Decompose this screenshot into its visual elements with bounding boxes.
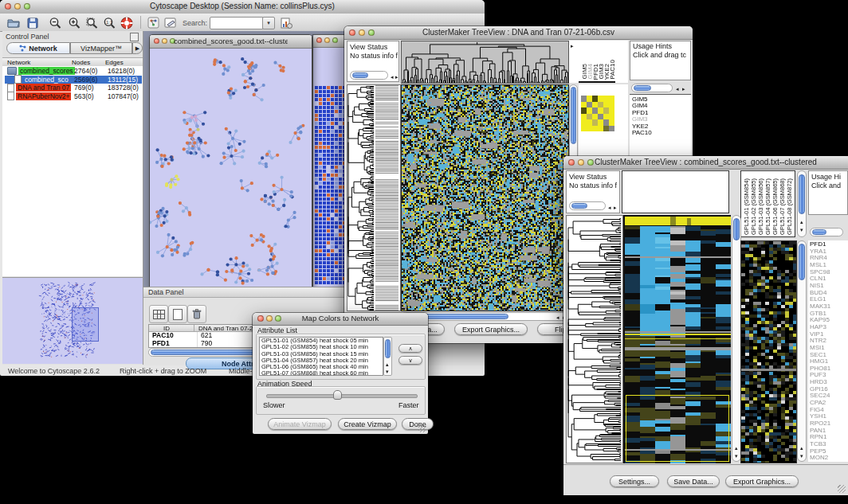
attribute-list[interactable]: GPL51-01 (GSM854) heat shock 05 minGPL51… <box>259 337 383 376</box>
attribute-browser-icon[interactable] <box>279 16 293 29</box>
matrix-cell[interactable] <box>581 102 587 108</box>
network-list[interactable]: combined_scores2764(0)16218(0)combined_s… <box>2 66 143 276</box>
network-manager-icon[interactable] <box>146 16 160 29</box>
close-button[interactable] <box>257 315 264 322</box>
close-button[interactable] <box>316 37 322 43</box>
scroll-up-arrow[interactable]: ▴ <box>800 445 803 451</box>
scroll-down-arrow[interactable]: ▾ <box>386 369 389 374</box>
minimize-button[interactable] <box>14 3 21 10</box>
scroll-down-arrow[interactable]: ▾ <box>800 227 803 232</box>
usage-hints-scrollbar[interactable] <box>810 228 843 236</box>
close-button[interactable] <box>154 38 159 44</box>
scroll-thumb[interactable] <box>812 229 826 235</box>
scroll-left-arrow[interactable]: ◂ <box>608 205 611 210</box>
matrix-cell[interactable] <box>603 107 609 114</box>
speed-slider-track[interactable] <box>266 394 418 398</box>
scroll-left-arrow[interactable]: ◂ <box>556 315 559 320</box>
dialog-titlebar[interactable]: Map Colors to Network <box>253 313 428 326</box>
attribute-item[interactable]: GPL51-07 (GSM868) heat shock 60 min <box>260 370 383 376</box>
matrix-cell[interactable] <box>609 126 614 132</box>
tv2-labels-vscroll[interactable]: ▴ ▾ <box>797 170 807 237</box>
tab-network[interactable]: Network <box>6 42 70 54</box>
move-down-button[interactable]: ∨ <box>398 356 422 365</box>
export-graphics-button[interactable]: Export Graphics... <box>454 323 528 335</box>
matrix-cell[interactable] <box>592 119 598 126</box>
zoom-button[interactable] <box>332 37 338 43</box>
tv2-genes-vscroll[interactable]: ▴ ▾ <box>797 240 807 462</box>
matrix-cell[interactable] <box>581 107 587 114</box>
usage-hints-scrollbar[interactable] <box>631 84 673 92</box>
matrix-cell[interactable] <box>581 119 587 126</box>
save-icon[interactable] <box>26 16 40 29</box>
matrix-cell[interactable] <box>609 107 614 114</box>
tv1-correlation-matrix[interactable] <box>581 96 616 132</box>
move-up-button[interactable]: ∧ <box>398 344 422 353</box>
trash-icon[interactable] <box>187 305 206 323</box>
speed-slider-thumb[interactable] <box>333 390 342 400</box>
matrix-cell[interactable] <box>581 126 587 132</box>
birdseye-view[interactable] <box>3 279 142 363</box>
done-button[interactable]: Done <box>402 418 434 430</box>
scroll-thumb[interactable] <box>571 87 576 144</box>
scroll-left-arrow[interactable]: ◂ <box>676 86 679 92</box>
matrix-cell[interactable] <box>598 119 603 126</box>
annotation-icon[interactable] <box>163 16 178 29</box>
scroll-thumb[interactable] <box>733 218 740 240</box>
matrix-cell[interactable] <box>587 126 592 132</box>
matrix-cell[interactable] <box>609 114 614 120</box>
matrix-cell[interactable] <box>592 102 598 108</box>
search-dropdown-button[interactable]: ▾ <box>262 17 275 29</box>
matrix-cell[interactable] <box>598 114 603 120</box>
search-input[interactable] <box>210 17 264 29</box>
tv2-gene-list[interactable]: PFD1YRA1RNR4MSL1SPC98CLN1NIS1BUD4ELG1MAK… <box>808 240 848 462</box>
scroll-down-arrow[interactable]: ▾ <box>800 453 803 459</box>
matrix-cell[interactable] <box>603 119 609 126</box>
network-view-window-1[interactable]: combined_scores_good.txt--cluste... <box>149 34 312 294</box>
scroll-right-arrow[interactable]: ▸ <box>395 74 398 80</box>
matrix-cell[interactable] <box>603 96 609 102</box>
export-graphics-button[interactable]: Export Graphics... <box>725 475 799 487</box>
scroll-up-arrow[interactable]: ▴ <box>735 445 738 451</box>
close-button[interactable] <box>5 3 11 10</box>
matrix-cell[interactable] <box>592 96 598 102</box>
column-label[interactable]: GPL51-08 (GSM872) <box>786 178 793 235</box>
matrix-cell[interactable] <box>592 107 598 114</box>
tv2-zoom-heatmap[interactable] <box>740 240 797 463</box>
matrix-cell[interactable] <box>587 119 592 126</box>
matrix-cell[interactable] <box>581 96 587 102</box>
column-label[interactable]: GPL51-03 (GSM856) <box>757 178 764 235</box>
scroll-thumb[interactable] <box>799 174 805 214</box>
settings-button[interactable]: Settings... <box>610 475 659 487</box>
minimize-button[interactable] <box>266 315 273 322</box>
scroll-thumb[interactable] <box>352 72 368 78</box>
column-label[interactable]: GPL51-06 (GSM865) <box>771 178 779 235</box>
tv2-row-dendrogram[interactable] <box>566 215 623 463</box>
help-icon[interactable] <box>120 16 134 29</box>
network-row[interactable]: combined_scores2764(0)16218(0) <box>5 67 142 75</box>
matrix-cell[interactable] <box>592 126 598 132</box>
network-canvas[interactable] <box>150 49 310 292</box>
float-panel-icon[interactable] <box>130 33 139 41</box>
view-status-scrollbar[interactable] <box>350 71 388 80</box>
zoom-fit-icon[interactable]: 1:1 <box>102 16 116 29</box>
animate-vizmap-button[interactable]: Animate Vizmap <box>268 418 332 430</box>
scroll-thumb[interactable] <box>799 244 805 280</box>
matrix-cell[interactable] <box>598 102 603 108</box>
open-icon[interactable] <box>6 16 21 29</box>
matrix-cell[interactable] <box>598 107 603 114</box>
matrix-cell[interactable] <box>581 114 587 120</box>
network-view-1-titlebar[interactable]: combined_scores_good.txt--cluste... <box>150 35 312 49</box>
minimize-button[interactable] <box>578 159 584 166</box>
column-label[interactable]: GPL51-01 (GSM854) <box>743 178 750 235</box>
scroll-right-arrow[interactable]: ▸ <box>682 86 685 92</box>
scroll-thumb[interactable] <box>385 339 391 358</box>
dense-network-canvas[interactable] <box>315 86 347 285</box>
column-label[interactable]: GPL51-04 (GSM857) <box>764 178 771 235</box>
attribute-list-vscroll[interactable]: ▴ ▾ <box>383 337 392 376</box>
matrix-cell[interactable] <box>603 114 609 120</box>
attribute-table-icon[interactable] <box>149 305 168 323</box>
collapse-arrow[interactable]: ▸ <box>571 43 574 49</box>
scroll-thumb[interactable] <box>634 85 651 91</box>
column-label[interactable]: GPL51-02 (GSM855) <box>750 178 757 235</box>
matrix-cell[interactable] <box>609 119 614 126</box>
